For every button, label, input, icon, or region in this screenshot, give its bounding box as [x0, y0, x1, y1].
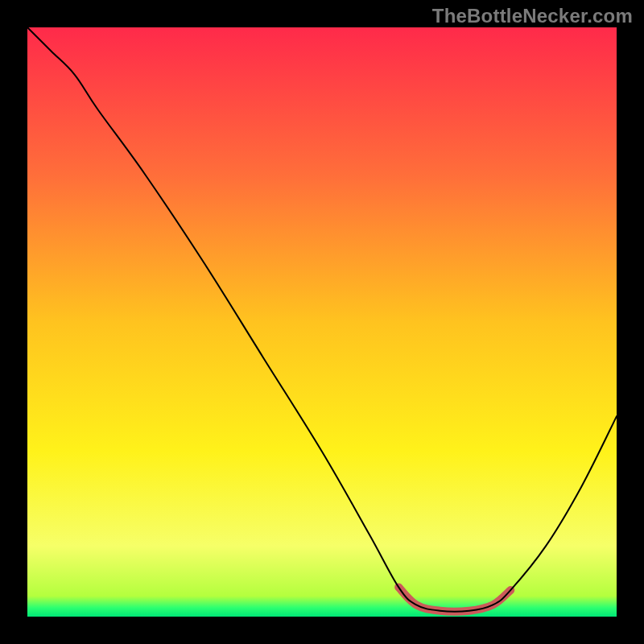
bottleneck-curve-chart — [0, 0, 644, 644]
gradient-background — [27, 27, 617, 617]
watermark-text: TheBottleNecker.com — [432, 5, 633, 27]
chart-frame: TheBottleNecker.com — [0, 0, 644, 644]
